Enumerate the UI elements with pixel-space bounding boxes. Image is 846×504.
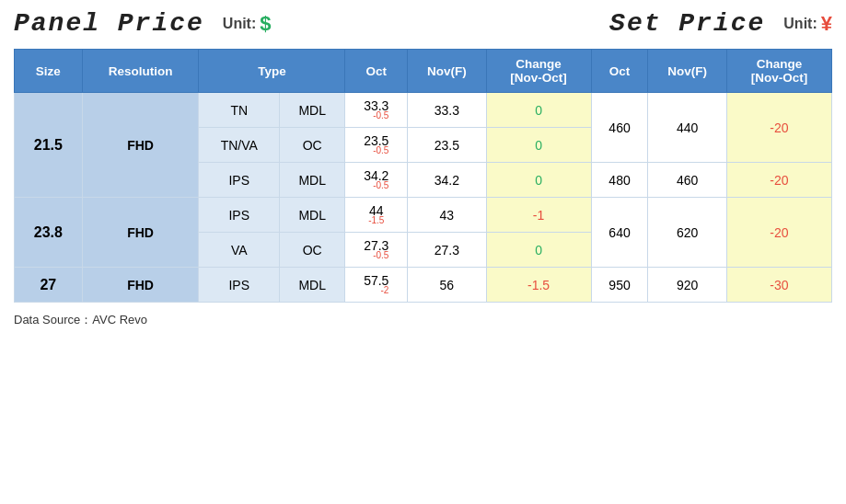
set-unit-symbol: ¥ (821, 12, 832, 36)
col-panel-change: Change[Nov-Oct] (486, 50, 591, 93)
cell-tech-va: VA (199, 233, 280, 268)
set-price-title: Set Price (609, 9, 765, 38)
col-set-change: Change[Nov-Oct] (726, 50, 831, 93)
cell-change-val: 0 (486, 163, 591, 198)
cell-tech-ips: IPS (199, 198, 280, 233)
cell-set-oct-val: 460 (591, 93, 648, 163)
cell-change-val: 0 (486, 233, 591, 268)
cell-oct-val: 23.5-0.5 (345, 128, 408, 163)
cell-tech-ips: IPS (199, 163, 280, 198)
col-set-nov: Nov(F) (648, 50, 726, 93)
col-resolution: Resolution (82, 50, 199, 93)
cell-model-mdl: MDL (280, 93, 345, 128)
cell-oct-val: 34.2-0.5 (345, 163, 408, 198)
cell-model-oc: OC (280, 128, 345, 163)
cell-set-change-val: -20 (726, 93, 831, 163)
cell-nov-val: 33.3 (408, 93, 486, 128)
cell-set-change-val: -30 (726, 268, 831, 303)
table-header-row: Size Resolution Type Oct Nov(F) Change[N… (15, 50, 832, 93)
cell-change-val: -1.5 (486, 268, 591, 303)
price-table-wrapper: Size Resolution Type Oct Nov(F) Change[N… (14, 49, 832, 303)
panel-price-title: Panel Price (14, 9, 204, 38)
table-row: 23.8 FHD IPS MDL 44-1.5 43 -1 640 620 -2… (15, 198, 832, 233)
cell-res-fhd-27: FHD (82, 268, 199, 303)
cell-model-oc: OC (280, 233, 345, 268)
set-unit-label: Unit: (783, 16, 817, 32)
cell-size-27: 27 (15, 268, 83, 303)
cell-tech-ips: IPS (199, 268, 280, 303)
cell-change-val: -1 (486, 198, 591, 233)
cell-model-mdl: MDL (280, 198, 345, 233)
cell-set-oct-val: 640 (591, 198, 648, 268)
cell-oct-val: 27.3-0.5 (345, 233, 408, 268)
table-row: 27 FHD IPS MDL 57.5-2 56 -1.5 950 920 -3… (15, 268, 832, 303)
cell-tech-tnva: TN/VA (199, 128, 280, 163)
cell-oct-val: 44-1.5 (345, 198, 408, 233)
col-set-oct: Oct (591, 50, 648, 93)
cell-tech-tn: TN (199, 93, 280, 128)
cell-oct-val: 57.5-2 (345, 268, 408, 303)
page-header: Panel Price Unit: $ Set Price Unit: ¥ (14, 9, 832, 38)
cell-change-val: 0 (486, 93, 591, 128)
cell-set-nov-val: 620 (648, 198, 726, 268)
panel-unit-label: Unit: (223, 16, 256, 32)
col-type1: Type (199, 50, 345, 93)
cell-set-nov-val: 920 (648, 268, 726, 303)
cell-set-nov-val: 460 (648, 163, 726, 198)
cell-set-oct-val: 480 (591, 163, 648, 198)
cell-oct-val: 33.3-0.5 (345, 93, 408, 128)
cell-model-mdl: MDL (280, 268, 345, 303)
panel-unit-symbol: $ (260, 12, 271, 36)
col-panel-nov: Nov(F) (408, 50, 486, 93)
cell-nov-val: 43 (408, 198, 486, 233)
table-row: 21.5 FHD TN MDL 33.3-0.5 33.3 0 460 440 … (15, 93, 832, 128)
price-table: Size Resolution Type Oct Nov(F) Change[N… (14, 49, 832, 303)
cell-change-val: 0 (486, 128, 591, 163)
cell-set-change-val: -20 (726, 198, 831, 268)
cell-nov-val: 23.5 (408, 128, 486, 163)
data-source-label: Data Source：AVC Revo (14, 312, 832, 328)
cell-model-mdl: MDL (280, 163, 345, 198)
cell-set-oct-val: 950 (591, 268, 648, 303)
cell-nov-val: 34.2 (408, 163, 486, 198)
cell-res-fhd-215: FHD (82, 93, 199, 198)
cell-nov-val: 27.3 (408, 233, 486, 268)
cell-size-215: 21.5 (15, 93, 83, 198)
cell-res-fhd-238: FHD (82, 198, 199, 268)
cell-set-change-val: -20 (726, 163, 831, 198)
col-size: Size (15, 50, 83, 93)
cell-set-nov-val: 440 (648, 93, 726, 163)
col-panel-oct: Oct (345, 50, 408, 93)
cell-size-238: 23.8 (15, 198, 83, 268)
cell-nov-val: 56 (408, 268, 486, 303)
